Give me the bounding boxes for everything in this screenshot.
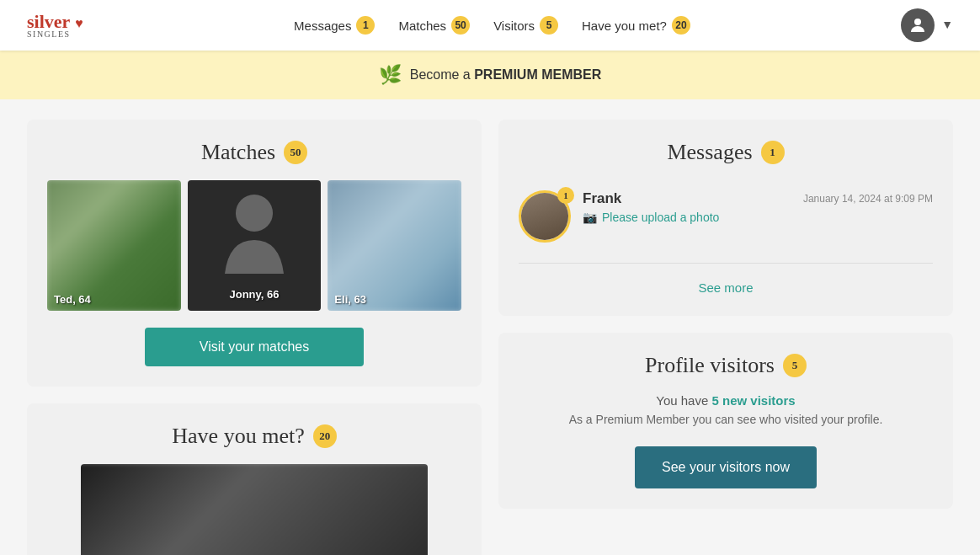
logo-sub: SINGLES (27, 29, 83, 39)
message-avatar-wrapper: 1 (519, 190, 571, 243)
visitors-badge: 5 (783, 354, 807, 377)
svg-point-1 (236, 195, 273, 232)
message-sender: Frank (583, 190, 621, 207)
visitors-title-row: Profile visitors 5 (519, 353, 933, 378)
see-visitors-button[interactable]: See your visitors now (635, 446, 817, 488)
profile-visitors-card: Profile visitors 5 You have 5 new visito… (498, 333, 953, 509)
nav-visitors-badge: 5 (540, 16, 558, 35)
match-photo-ted[interactable]: Ted, 64 (47, 180, 181, 311)
nav-right: ▼ (901, 8, 953, 42)
right-column: Messages 1 1 Frank January 14, 2024 at 9… (498, 120, 953, 555)
match-label-ted: Ted, 64 (47, 288, 98, 311)
nav-matches-badge: 50 (451, 16, 470, 35)
premium-banner-text: Become a PREMIUM MEMBER (410, 67, 602, 83)
message-time: January 14, 2024 at 9:09 PM (803, 193, 933, 205)
match-photo-jonny[interactable]: Jonny, 66 (188, 180, 322, 311)
matches-title: Matches (201, 140, 275, 165)
messages-badge: 1 (761, 141, 785, 164)
have-you-met-card: Have you met? 20 (27, 403, 482, 555)
camera-icon: 📷 (583, 211, 597, 224)
visitors-title: Profile visitors (645, 353, 775, 378)
nav-messages-badge: 1 (356, 16, 375, 35)
visitors-sub: As a Premium Member you can see who visi… (519, 413, 933, 426)
main-content: Matches 50 Ted, 64 Jonn (0, 99, 980, 555)
have-you-met-title-row: Have you met? 20 (47, 424, 461, 449)
have-you-met-title: Have you met? (172, 424, 304, 449)
user-menu-chevron[interactable]: ▼ (941, 19, 953, 32)
messages-divider (519, 263, 933, 264)
left-column: Matches 50 Ted, 64 Jonn (27, 120, 482, 555)
see-more-link[interactable]: See more (698, 280, 753, 295)
visitors-description: You have 5 new visitors (519, 393, 933, 408)
nav-visitors-label: Visitors (493, 19, 535, 33)
logo-heart-icon: ♥ (75, 16, 83, 30)
user-avatar[interactable] (901, 8, 935, 42)
premium-banner[interactable]: 🌿 Become a PREMIUM MEMBER (0, 51, 980, 99)
message-body: Frank January 14, 2024 at 9:09 PM 📷 Plea… (583, 190, 933, 224)
visitors-new-link[interactable]: 5 new visitors (711, 393, 795, 408)
premium-bold: PREMIUM MEMBER (474, 67, 601, 82)
nav-item-have-you-met[interactable]: Have you met? 20 (582, 16, 690, 35)
svg-point-0 (914, 19, 921, 25)
nav-item-visitors[interactable]: Visitors 5 (493, 16, 558, 35)
navbar: silver ♥ SINGLES Messages 1 Matches 50 V… (0, 0, 980, 51)
matches-card: Matches 50 Ted, 64 Jonn (27, 120, 482, 387)
have-you-met-photo (81, 464, 428, 555)
matches-photos: Ted, 64 Jonny, 66 Eli, 63 (47, 180, 461, 311)
messages-title-row: Messages 1 (519, 140, 933, 165)
nav-item-messages[interactable]: Messages 1 (294, 16, 375, 35)
logo[interactable]: silver ♥ SINGLES (27, 13, 83, 39)
nav-havemet-label: Have you met? (582, 19, 667, 33)
message-header: Frank January 14, 2024 at 9:09 PM (583, 190, 933, 207)
messages-title: Messages (667, 140, 752, 165)
have-you-met-badge: 20 (313, 424, 337, 448)
nav-messages-label: Messages (294, 19, 351, 33)
message-preview: 📷 Please upload a photo (583, 211, 933, 224)
have-you-met-bg (81, 464, 428, 555)
see-more-row: See more (519, 274, 933, 296)
match-label-eli: Eli, 63 (328, 288, 373, 311)
messages-card: Messages 1 1 Frank January 14, 2024 at 9… (498, 120, 953, 316)
logo-brand: silver (27, 11, 70, 32)
match-label-jonny: Jonny, 66 (223, 283, 286, 306)
premium-banner-icon: 🌿 (379, 64, 402, 86)
matches-badge: 50 (284, 141, 307, 164)
message-unread-badge: 1 (557, 187, 574, 204)
match-photo-eli[interactable]: Eli, 63 (328, 180, 461, 311)
nav-havemet-badge: 20 (672, 16, 690, 35)
matches-title-row: Matches 50 (47, 140, 461, 165)
nav-matches-label: Matches (398, 19, 446, 33)
silhouette-icon (225, 189, 284, 274)
message-item[interactable]: 1 Frank January 14, 2024 at 9:09 PM 📷 Pl… (519, 180, 933, 253)
nav-item-matches[interactable]: Matches 50 (398, 16, 470, 35)
nav-links: Messages 1 Matches 50 Visitors 5 Have yo… (294, 16, 690, 35)
message-preview-text: Please upload a photo (602, 211, 719, 224)
visit-matches-button[interactable]: Visit your matches (145, 328, 364, 366)
